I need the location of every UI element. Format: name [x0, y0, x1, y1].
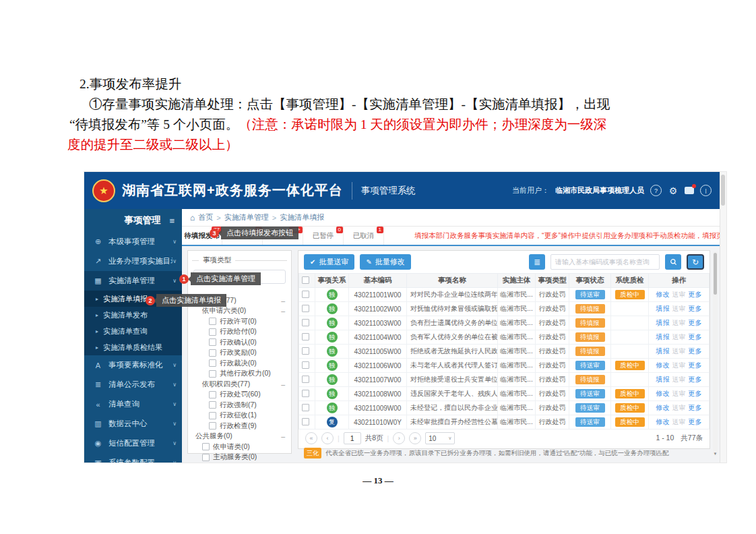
checkbox[interactable]: [209, 370, 216, 378]
row-checkbox[interactable]: [302, 361, 309, 369]
last-page-button[interactable]: »: [409, 432, 421, 444]
checkbox[interactable]: [209, 328, 216, 336]
row-checkbox[interactable]: [302, 376, 309, 383]
scrollbar-down-arrow[interactable]: ▼: [713, 452, 718, 456]
batch-modify-button[interactable]: ✎ 批量修改: [360, 254, 410, 270]
message-icon[interactable]: [685, 187, 694, 194]
modify-link[interactable]: 修改: [656, 291, 670, 298]
modify-link[interactable]: 填报: [656, 333, 670, 340]
tab-4[interactable]: 已取消1: [344, 227, 384, 245]
sidebar-item-6[interactable]: ▥数据云中心∨: [84, 414, 182, 434]
sidebar-item-8[interactable]: ▣系统参数配置∨: [84, 453, 182, 463]
more-link[interactable]: 更多: [689, 305, 702, 312]
list-view-button[interactable]: ≣: [529, 254, 545, 270]
checkbox[interactable]: [209, 318, 216, 325]
sidebar-item-4[interactable]: ≣清单公示发布∨: [84, 375, 182, 394]
checkbox[interactable]: [209, 359, 216, 367]
tree-node-9[interactable]: 行政处罚(60): [192, 390, 287, 400]
tree-node-4[interactable]: 行政确认(0): [192, 337, 287, 348]
sidebar-item-1[interactable]: ↗业务办理项实施目录∨: [84, 251, 182, 271]
hamburger-icon[interactable]: ≡: [169, 216, 175, 226]
content-scrollbar[interactable]: ▼: [713, 251, 718, 456]
sidebar-subitem-1[interactable]: ▸实施清单发布: [84, 307, 182, 323]
sidebar-item-7[interactable]: ◉短信配置管理∨: [84, 434, 182, 453]
more-link[interactable]: 更多: [689, 376, 702, 383]
modify-link[interactable]: 填报: [656, 347, 670, 355]
sidebar-subitem-3[interactable]: ▸实施清单质检结果: [84, 339, 182, 355]
sidebar-item-5[interactable]: «清单查询∨: [84, 394, 182, 414]
next-page-button[interactable]: ›: [393, 432, 405, 444]
checkbox[interactable]: [209, 422, 216, 429]
more-link[interactable]: 更多: [689, 319, 702, 326]
modify-link[interactable]: 填报: [656, 305, 670, 312]
search-button[interactable]: [665, 254, 681, 270]
scrollbar-thumb[interactable]: [721, 175, 725, 206]
page-number-input[interactable]: 1: [344, 432, 361, 444]
select-all-checkbox[interactable]: [302, 276, 309, 284]
more-link[interactable]: 更多: [689, 404, 702, 411]
modify-link[interactable]: 填报: [656, 319, 670, 326]
sidebar-item-0[interactable]: ⊕本级事项管理∨: [84, 232, 182, 251]
modify-link[interactable]: 修改: [656, 418, 670, 425]
tree-node-11[interactable]: 行政征收(1): [192, 411, 287, 421]
modify-link[interactable]: 填报: [656, 376, 670, 383]
modify-link[interactable]: 修改: [656, 361, 670, 369]
row-checkbox[interactable]: [302, 291, 309, 298]
row-checkbox[interactable]: [302, 305, 309, 312]
row-checkbox[interactable]: [302, 347, 309, 355]
collapse-icon[interactable]: –: [281, 307, 285, 315]
tree-node-6[interactable]: 行政裁决(0): [192, 358, 287, 369]
tree-node-3[interactable]: 行政给付(0): [192, 327, 287, 338]
more-link[interactable]: 更多: [689, 291, 702, 298]
checkbox[interactable]: [209, 412, 216, 419]
tree-node-12[interactable]: 行政检查(9): [192, 421, 287, 432]
first-page-button[interactable]: «: [305, 432, 317, 444]
tree-node-7[interactable]: 其他行政权力(0): [192, 369, 287, 380]
window-scrollbar[interactable]: [720, 172, 726, 463]
scrollbar-thumb[interactable]: [714, 253, 717, 295]
tree-node-13[interactable]: 公共服务(0)–: [192, 432, 287, 442]
gear-icon[interactable]: ⚙: [668, 185, 679, 196]
more-link[interactable]: 更多: [689, 361, 702, 369]
checkbox[interactable]: [209, 338, 216, 346]
tree-node-10[interactable]: 行政强制(7): [192, 400, 287, 411]
breadcrumb-home[interactable]: 首页: [198, 212, 213, 222]
more-link[interactable]: 更多: [689, 347, 702, 355]
tree-node-2[interactable]: 行政许可(0): [192, 316, 287, 327]
checkbox[interactable]: [209, 391, 216, 398]
help-icon[interactable]: ?: [650, 185, 662, 196]
sidebar-subitem-2[interactable]: ▸实施清单查询: [84, 323, 182, 339]
tree-node-5[interactable]: 行政奖励(0): [192, 348, 287, 359]
batch-approve-button[interactable]: ✔ 批量送审: [304, 254, 354, 270]
keyword-search-input[interactable]: 请输入基本编码或事项名称查询: [550, 254, 660, 270]
tree-node-15[interactable]: 主动服务类(0): [192, 452, 287, 463]
more-link[interactable]: 更多: [689, 333, 702, 340]
row-checkbox[interactable]: [302, 418, 309, 425]
modify-link[interactable]: 修改: [656, 404, 670, 411]
tree-node-1[interactable]: 依申请六类(0)–: [192, 306, 287, 317]
page-size-select[interactable]: 10 ∨: [425, 432, 455, 444]
tree-node-8[interactable]: 依职权四类(77)–: [192, 379, 287, 390]
sidebar-item-3[interactable]: A事项要素标准化∨: [84, 355, 182, 375]
row-checkbox[interactable]: [302, 390, 309, 397]
more-link[interactable]: 更多: [689, 418, 702, 425]
checkbox[interactable]: [202, 454, 210, 461]
tree-node-14[interactable]: 依申请类(0): [192, 442, 287, 452]
prev-page-button[interactable]: ‹: [321, 432, 334, 444]
checkbox[interactable]: [209, 401, 216, 409]
collapse-icon[interactable]: –: [281, 432, 285, 440]
collapse-icon[interactable]: –: [281, 380, 285, 388]
modify-link[interactable]: 修改: [656, 390, 670, 397]
tab-3[interactable]: 已暂停0: [303, 227, 344, 245]
logout-icon[interactable]: |: [700, 185, 712, 196]
checkbox[interactable]: [209, 349, 216, 357]
checkbox[interactable]: [202, 443, 210, 450]
sidebar-item-2[interactable]: ▦实施清单管理∨: [84, 271, 182, 291]
breadcrumb-list-mgmt[interactable]: 实施清单管理: [224, 212, 269, 222]
row-checkbox[interactable]: [302, 404, 309, 411]
more-link[interactable]: 更多: [689, 390, 702, 397]
refresh-button[interactable]: ↻: [687, 254, 704, 270]
row-checkbox[interactable]: [302, 319, 309, 326]
breadcrumb-list-fill[interactable]: 实施清单填报: [280, 212, 324, 222]
collapse-icon[interactable]: –: [281, 297, 285, 305]
